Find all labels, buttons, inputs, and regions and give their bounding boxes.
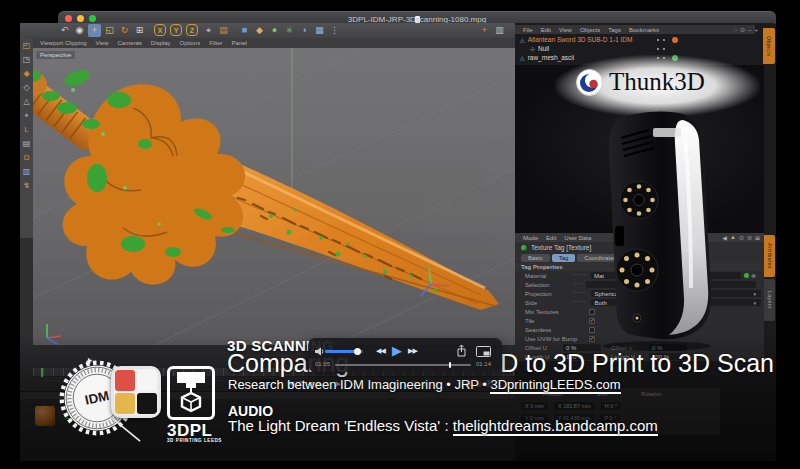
axis-lock-button[interactable]: X (154, 24, 166, 36)
quadrant-tile (115, 393, 135, 414)
material-tag-icon[interactable] (672, 46, 678, 52)
om-menu-item[interactable]: Tags (608, 27, 621, 33)
handheld-3d-scanner-image (565, 108, 740, 354)
quadrant-tile (115, 370, 135, 391)
object-type-icon: ◬ (520, 54, 525, 61)
om-menu-item[interactable]: Bookmarks (629, 27, 659, 33)
viewport-camera-label[interactable]: Perspective (36, 51, 75, 59)
volume-knob[interactable] (354, 348, 361, 355)
tool-icon[interactable]: + (88, 24, 101, 37)
audio-credit: The Light Dream 'Endless Vista' : thelig… (228, 417, 658, 434)
om-menu-item[interactable]: Edit (541, 27, 551, 33)
palette-tool-icon[interactable]: Ω (24, 154, 30, 162)
object-row[interactable]: ⊹ Null (515, 44, 760, 53)
volume-icon[interactable] (314, 346, 325, 357)
material-preview-icon (744, 273, 749, 278)
panel-side-tab[interactable]: Layers (764, 279, 775, 321)
create-object-icon[interactable]: ◆ (253, 24, 266, 37)
om-menu-item[interactable]: Objects (580, 27, 600, 33)
attr-tab[interactable]: Basic (521, 254, 550, 262)
viewport-toggle-icon[interactable]: + (478, 24, 491, 37)
visibility-dots-icon[interactable] (655, 37, 669, 43)
object-name[interactable]: Atlantean Sword 3D SUB-D 1-1 IDM (528, 36, 633, 43)
visibility-dots-icon[interactable] (655, 46, 669, 52)
left-tool-palette: ◰◳◆◇△⌖L▤Ω▥↯ (20, 38, 33, 238)
om-tool-icon[interactable]: + (754, 27, 758, 33)
object-name[interactable]: Null (538, 45, 549, 52)
om-menu-item[interactable]: File (523, 27, 533, 33)
palette-tool-icon[interactable]: ◰ (23, 42, 31, 50)
seek-bar[interactable] (335, 364, 471, 366)
palette-tool-icon[interactable]: ◆ (23, 70, 29, 78)
objects-side-tab[interactable]: Objects (763, 28, 775, 64)
object-row[interactable]: ◬ Atlantean Sword 3D SUB-D 1-1 IDM (515, 35, 760, 44)
viewport-toggle-icon[interactable]: ▥ (493, 24, 506, 37)
timeline-playhead[interactable] (41, 368, 43, 377)
axis-lock-button[interactable]: Z (186, 24, 198, 36)
viewport-menu-item[interactable]: Display (151, 40, 171, 46)
tool-icon[interactable]: ↶ (58, 24, 71, 37)
c4d-toolbar: ↶◉+◱↻⊞ XYZ ⌖▤ ■◆●∗◖▦⋮ +▥ (20, 23, 515, 38)
volume-slider[interactable] (325, 350, 363, 353)
remove-icon[interactable]: ⊗ (751, 272, 756, 279)
volume-fill (325, 350, 356, 353)
player-controls-panel[interactable]: ◀◀ ▶ ▶▶ 01:05 01:14 (308, 338, 502, 372)
play-button[interactable]: ▶ (392, 343, 402, 358)
chevron-down-icon: ▾ (753, 291, 756, 297)
tool-icon[interactable]: ⊞ (133, 24, 146, 37)
attr-menu-item[interactable]: Mode (523, 235, 538, 241)
tool-icon[interactable]: ◉ (73, 24, 86, 37)
attr-menu-item[interactable]: Edit (546, 235, 556, 241)
palette-tool-icon[interactable]: L (24, 126, 28, 134)
om-tool-icon[interactable]: ⊙ (740, 26, 745, 33)
create-object-icon[interactable]: ∗ (283, 24, 296, 37)
create-object-icon[interactable]: ⋮ (328, 24, 341, 37)
palette-tool-icon[interactable]: ▥ (23, 168, 31, 176)
picture-in-picture-icon[interactable] (476, 346, 491, 357)
world-axis-gizmo (47, 324, 61, 344)
material-thumb-orange[interactable] (35, 406, 55, 426)
sword-model-render (33, 48, 515, 346)
rewind-button[interactable]: ◀◀ (376, 347, 385, 355)
texture-tag-icon (521, 245, 527, 251)
create-object-icon[interactable]: ◖ (298, 24, 311, 37)
coord-mode-icon[interactable]: ⌖ (202, 24, 215, 37)
panel-side-tab[interactable]: Attributes (764, 235, 775, 277)
palette-tool-icon[interactable]: ◳ (23, 56, 31, 64)
material-tag-icon[interactable] (672, 37, 678, 43)
object-type-icon: ⊹ (530, 45, 535, 52)
bandcamp-link-text: thelightdreams.bandcamp.com (453, 417, 658, 436)
fast-forward-button[interactable]: ▶▶ (408, 347, 417, 355)
palette-tool-icon[interactable]: ↯ (23, 182, 30, 190)
tool-icon[interactable]: ◱ (103, 24, 116, 37)
coords-value-field[interactable]: H 0 ° (601, 402, 621, 410)
om-tool-icon[interactable]: ◌ (733, 27, 737, 33)
tool-icon[interactable]: ↻ (118, 24, 131, 37)
viewport-menu-item[interactable]: Viewport Clipping (40, 40, 87, 46)
palette-tool-icon[interactable]: △ (23, 98, 29, 106)
palette-tool-icon[interactable]: ▤ (23, 140, 31, 148)
create-object-icon[interactable]: ■ (238, 24, 251, 37)
viewport-menu-item[interactable]: Filter (209, 40, 222, 46)
palette-tool-icon[interactable]: ⌖ (24, 112, 29, 120)
share-icon[interactable] (456, 344, 467, 357)
perspective-viewport[interactable]: Perspective (33, 48, 515, 346)
attr-tool-icon[interactable]: ⊜ (747, 234, 752, 241)
coord-mode-icon[interactable]: ▤ (217, 24, 230, 37)
viewport-menu-item[interactable]: View (96, 40, 109, 46)
om-tool-icon[interactable]: − (748, 27, 752, 33)
viewport-menu-item[interactable]: Cameras (118, 40, 142, 46)
axis-lock-button[interactable]: Y (170, 24, 182, 36)
create-object-icon[interactable]: ▦ (313, 24, 326, 37)
headline-right: D to 3D Print to 3D Scan (500, 349, 774, 378)
seek-playhead[interactable] (449, 362, 451, 368)
viewport-menu-item[interactable]: Options (180, 40, 201, 46)
coords-value-field[interactable]: X 182.87 mm (554, 402, 595, 410)
attr-tool-icon[interactable]: ⊞ (755, 234, 760, 241)
om-menu-item[interactable]: View (559, 27, 572, 33)
viewport-menu-item[interactable]: Panel (232, 40, 247, 46)
viewport-menubar: Viewport ClippingViewCamerasDisplayOptio… (33, 38, 515, 48)
create-object-icon[interactable]: ● (268, 24, 281, 37)
palette-tool-icon[interactable]: ◇ (23, 84, 29, 92)
coords-value-field[interactable]: X 0 mm (521, 402, 548, 410)
